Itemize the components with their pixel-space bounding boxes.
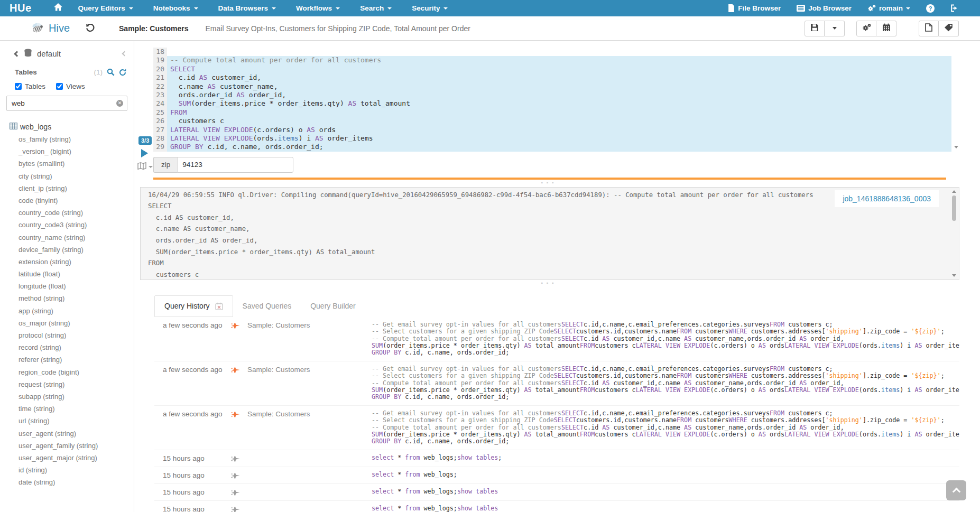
- history-sql-preview[interactable]: -- Get email survey opt-in values for al…: [372, 321, 959, 357]
- new-query-button[interactable]: [919, 21, 939, 36]
- history-sql-preview[interactable]: select * from web_logs;show tables: [372, 505, 959, 512]
- table-column[interactable]: city (string): [0, 170, 134, 182]
- navigator-button[interactable]: [137, 162, 153, 172]
- history-row[interactable]: 15 hours agoselect * from web_logs;show …: [154, 484, 959, 501]
- navbar-job-browser[interactable]: Job Browser: [797, 4, 852, 12]
- table-column[interactable]: method (string): [0, 292, 134, 304]
- schedule-button[interactable]: [876, 21, 896, 36]
- history-row[interactable]: 15 hours agoselect * from web_logs;: [154, 467, 959, 484]
- execute-button[interactable]: [141, 149, 148, 157]
- refresh-icon[interactable]: [119, 69, 126, 76]
- table-column[interactable]: region_code (bigint): [0, 366, 134, 378]
- statement-counter-badge: 3/3: [138, 136, 152, 145]
- table-column[interactable]: longitude (float): [0, 280, 134, 292]
- history-query-name: Sample: Customers: [247, 410, 372, 445]
- history-sql-preview[interactable]: select * from web_logs;show tables: [372, 488, 959, 496]
- menu-security[interactable]: Security: [412, 4, 448, 12]
- line-code: LATERAL VIEW EXPLODE(ords.items) i AS or…: [167, 134, 951, 143]
- clear-filter-icon[interactable]: ✕: [116, 100, 123, 107]
- history-row[interactable]: a few seconds agoSample: Customers-- Get…: [154, 317, 959, 361]
- history-row[interactable]: 15 hours agoselect * from web_logs;show …: [154, 450, 959, 467]
- save-button[interactable]: [805, 21, 825, 36]
- navbar-logout[interactable]: [950, 4, 959, 12]
- navbar-help[interactable]: ?: [926, 4, 935, 13]
- scrollbar-thumb[interactable]: [952, 196, 956, 221]
- menu-data-browsers[interactable]: Data Browsers: [218, 4, 276, 12]
- scroll-to-top-button[interactable]: [946, 480, 966, 500]
- table-column[interactable]: country_code (string): [0, 207, 134, 219]
- table-column[interactable]: user_agent_major (string): [0, 452, 134, 464]
- history-sql-preview[interactable]: select * from web_logs;show tables;: [372, 454, 959, 462]
- navbar-user-menu[interactable]: romain: [867, 4, 910, 12]
- tables-checkbox-input[interactable]: [15, 83, 22, 90]
- sql-editor[interactable]: 1819-- Compute total amount per order fo…: [153, 48, 951, 152]
- table-column[interactable]: protocol (string): [0, 329, 134, 341]
- editor-scroll-down[interactable]: [953, 144, 959, 151]
- history-sql-preview[interactable]: select * from web_logs;: [372, 471, 959, 479]
- history-row[interactable]: a few seconds agoSample: Customers-- Get…: [154, 361, 959, 406]
- filter-tables-checkbox[interactable]: Tables: [15, 82, 45, 90]
- table-column[interactable]: date (string): [0, 476, 134, 488]
- app-name[interactable]: Hive: [49, 22, 70, 34]
- tab-saved-queries[interactable]: Saved Queries: [233, 295, 301, 317]
- tab-query-history[interactable]: Query History: [154, 295, 233, 317]
- table-column[interactable]: user_agent (string): [0, 427, 134, 440]
- menu-search[interactable]: Search: [360, 4, 392, 12]
- table-column[interactable]: extension (string): [0, 256, 134, 268]
- resize-handle-bottom[interactable]: ▪ ▪ ▪: [136, 280, 959, 287]
- hue-logo[interactable]: HUe: [10, 2, 32, 14]
- chevron-down-icon: [149, 166, 153, 168]
- save-dropdown-button[interactable]: [825, 21, 845, 36]
- search-tables-icon[interactable]: [107, 68, 115, 76]
- table-column[interactable]: code (tinyint): [0, 194, 134, 207]
- table-column[interactable]: latitude (float): [0, 268, 134, 280]
- collapse-sidebar-icon[interactable]: [122, 51, 127, 57]
- job-link[interactable]: job_1461888648136_0003: [843, 194, 931, 203]
- back-icon[interactable]: [14, 51, 20, 57]
- table-filter-input[interactable]: [6, 96, 127, 111]
- resize-handle-top[interactable]: ▪ ▪ ▪: [136, 180, 959, 187]
- history-sql-preview[interactable]: -- Get email survey opt-in values for al…: [372, 410, 959, 445]
- table-column[interactable]: url (string): [0, 415, 134, 427]
- table-column[interactable]: app (string): [0, 305, 134, 317]
- tab-query-builder[interactable]: Query Builder: [301, 295, 365, 317]
- line-code: customers c: [167, 117, 951, 125]
- table-column[interactable]: user_agent_family (string): [0, 440, 134, 452]
- table-column[interactable]: id (string): [0, 464, 134, 476]
- history-timestamp: 15 hours ago: [154, 471, 223, 479]
- calendar-clear-icon[interactable]: [215, 302, 223, 310]
- history-row[interactable]: 15 hours agoselect * from web_logs;show …: [154, 501, 959, 512]
- query-history-icon[interactable]: [86, 24, 95, 33]
- log-scrollbar[interactable]: [951, 189, 957, 278]
- table-item-web-logs[interactable]: web_logs: [0, 123, 134, 131]
- home-icon: [54, 3, 62, 13]
- line-code: ords.order_id AS order_id,: [167, 91, 951, 99]
- table-column[interactable]: country_code3 (string): [0, 219, 134, 231]
- menu-query-editors[interactable]: Query Editors: [78, 4, 133, 12]
- table-column[interactable]: os_family (string): [0, 133, 134, 145]
- tags-button[interactable]: [939, 21, 959, 36]
- table-column[interactable]: device_family (string): [0, 244, 134, 256]
- history-row[interactable]: a few seconds agoSample: Customers-- Get…: [154, 406, 959, 450]
- table-column[interactable]: record (string): [0, 341, 134, 353]
- settings-button[interactable]: [856, 21, 876, 36]
- variable-zip-input[interactable]: [178, 157, 293, 173]
- views-checkbox-input[interactable]: [56, 83, 63, 90]
- table-column[interactable]: _version_ (bigint): [0, 145, 134, 157]
- database-name[interactable]: default: [37, 49, 61, 58]
- table-column[interactable]: request (string): [0, 378, 134, 390]
- history-sql-preview[interactable]: -- Get email survey opt-in values for al…: [372, 366, 959, 401]
- filter-views-checkbox[interactable]: Views: [56, 82, 85, 90]
- menu-notebooks[interactable]: Notebooks: [153, 4, 198, 12]
- menu-workflows[interactable]: Workflows: [296, 4, 340, 12]
- table-column[interactable]: client_ip (string): [0, 182, 134, 194]
- table-column[interactable]: referer (string): [0, 353, 134, 366]
- table-column[interactable]: subapp (string): [0, 390, 134, 403]
- history-timestamp: 15 hours ago: [154, 488, 223, 496]
- home-button[interactable]: [54, 3, 62, 13]
- navbar-file-browser[interactable]: File Browser: [728, 4, 781, 12]
- table-column[interactable]: time (string): [0, 403, 134, 415]
- table-column[interactable]: os_major (string): [0, 317, 134, 329]
- table-column[interactable]: country_name (string): [0, 231, 134, 244]
- table-column[interactable]: bytes (smallint): [0, 157, 134, 170]
